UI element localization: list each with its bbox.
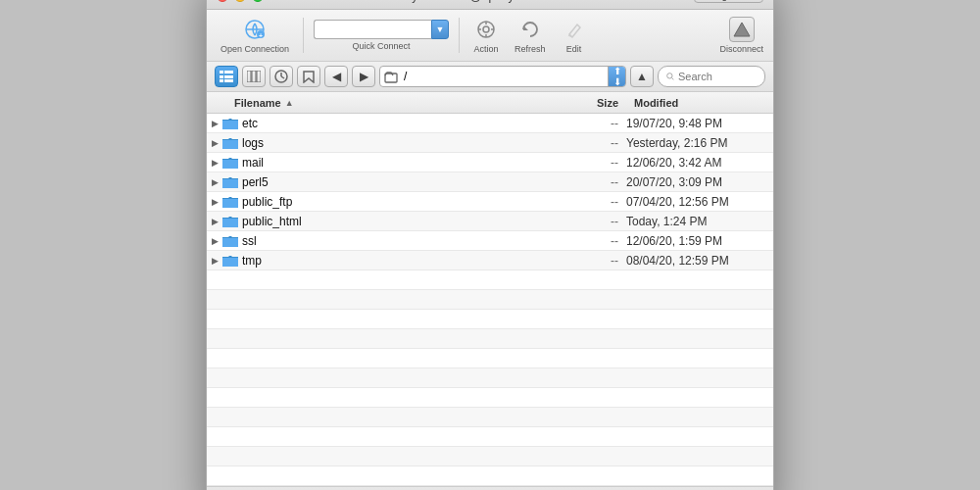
col-size-header[interactable]: Size (548, 97, 626, 109)
traffic-lights (217, 0, 264, 2)
svg-rect-14 (224, 71, 233, 74)
unregistered-button[interactable]: Unregistered (694, 0, 763, 3)
folder-icon (222, 234, 238, 248)
empty-row (207, 270, 773, 290)
search-box[interactable] (658, 66, 765, 87)
folder-icon (222, 215, 238, 228)
svg-rect-33 (222, 199, 238, 208)
col-modified-header[interactable]: Modified (626, 97, 773, 109)
file-size: -- (548, 195, 626, 209)
sort-arrow: ▲ (285, 98, 294, 108)
path-input[interactable] (398, 70, 608, 83)
file-modified: Today, 1:24 PM (626, 215, 773, 228)
svg-marker-25 (304, 72, 314, 82)
table-row[interactable]: ▶ etc -- 19/07/20, 9:48 PM (207, 114, 773, 133)
nav-forward-button[interactable]: ▶ (352, 66, 375, 87)
empty-row (207, 466, 773, 486)
table-row[interactable]: ▶ public_html -- Today, 1:24 PM (207, 212, 773, 231)
table-row[interactable]: ▶ tmp -- 08/04/20, 12:59 PM (207, 251, 773, 270)
expand-icon[interactable]: ▶ (207, 177, 222, 187)
file-name: mail (242, 156, 548, 170)
nav-back-button[interactable]: ◀ (324, 66, 348, 87)
quick-connect-input[interactable] (314, 20, 431, 39)
table-row[interactable]: ▶ perl5 -- 20/07/20, 3:09 PM (207, 172, 773, 192)
minimize-button[interactable] (234, 0, 246, 2)
expand-icon[interactable]: ▶ (207, 217, 222, 226)
file-size: -- (548, 136, 626, 150)
expand-icon[interactable]: ▶ (207, 256, 222, 266)
svg-rect-19 (247, 71, 251, 82)
close-button[interactable] (217, 0, 228, 2)
toolbar: + Open Connection ▼ Quick Connect (207, 10, 773, 62)
empty-row (207, 310, 773, 329)
file-modified: 20/07/20, 3:09 PM (626, 175, 773, 189)
edit-button[interactable]: Edit (558, 15, 591, 56)
disconnect-button[interactable]: Disconnect (719, 17, 763, 54)
path-area[interactable]: ⬆⬇ (379, 66, 626, 87)
action-icon (473, 17, 499, 42)
col-filename-header[interactable]: Filename ▲ (207, 97, 548, 109)
svg-rect-29 (222, 121, 238, 129)
main-window: myusername@ftp.mydomain.com Unregistered… (206, 0, 774, 490)
svg-rect-31 (222, 160, 238, 169)
file-list: Filename ▲ Size Modified ▶ etc -- 19/07/… (207, 92, 773, 486)
disconnect-icon (729, 17, 755, 42)
refresh-button[interactable]: Refresh (511, 15, 550, 56)
svg-text:+: + (259, 32, 263, 39)
path-dropdown-button[interactable]: ⬆⬇ (608, 67, 625, 86)
file-modified: 12/06/20, 3:42 AM (626, 156, 773, 170)
table-row[interactable]: ▶ logs -- Yesterday, 2:16 PM (207, 133, 773, 153)
empty-row (207, 290, 773, 310)
file-size: -- (548, 215, 626, 228)
empty-row (207, 427, 773, 447)
expand-icon[interactable]: ▶ (207, 119, 222, 128)
folder-icon (222, 136, 238, 150)
expand-icon[interactable]: ▶ (207, 158, 222, 168)
file-name: ssl (242, 234, 548, 248)
empty-row (207, 447, 773, 466)
folder-icon (222, 175, 238, 189)
nav-up-button[interactable]: ▲ (630, 66, 654, 87)
folder-icon (222, 195, 238, 209)
file-name: tmp (242, 254, 548, 268)
refresh-icon (517, 17, 543, 42)
svg-rect-13 (220, 71, 223, 74)
expand-icon[interactable]: ▶ (207, 236, 222, 246)
file-size: -- (548, 254, 626, 268)
file-modified: Yesterday, 2:16 PM (626, 136, 773, 150)
file-list-header: Filename ▲ Size Modified (207, 92, 773, 114)
folder-icon (222, 254, 238, 268)
table-row[interactable]: ▶ public_ftp -- 07/04/20, 12:56 PM (207, 192, 773, 212)
nav-column-view-button[interactable] (242, 66, 266, 87)
maximize-button[interactable] (252, 0, 264, 2)
open-connection-button[interactable]: + Open Connection (217, 15, 293, 56)
quick-connect-label: Quick Connect (353, 41, 411, 51)
folder-icon (222, 156, 238, 170)
file-name: public_html (242, 215, 548, 228)
svg-point-5 (483, 26, 489, 32)
file-modified: 07/04/20, 12:56 PM (626, 195, 773, 209)
empty-row (207, 368, 773, 388)
action-button[interactable]: Action (469, 15, 503, 56)
file-name: public_ftp (242, 195, 548, 209)
svg-line-24 (281, 76, 284, 78)
empty-row (207, 349, 773, 368)
file-modified: 12/06/20, 1:59 PM (626, 234, 773, 248)
empty-row (207, 388, 773, 408)
expand-icon[interactable]: ▶ (207, 138, 222, 148)
expand-icon[interactable]: ▶ (207, 197, 222, 207)
search-icon (666, 71, 674, 82)
toolbar-separator-2 (459, 18, 460, 53)
table-row[interactable]: ▶ ssl -- 12/06/20, 1:59 PM (207, 231, 773, 251)
file-size: -- (548, 175, 626, 189)
nav-bookmark-button[interactable] (297, 66, 320, 87)
quick-connect-dropdown-button[interactable]: ▼ (431, 20, 449, 39)
table-row[interactable]: ▶ mail -- 12/06/20, 3:42 AM (207, 153, 773, 172)
file-modified: 19/07/20, 9:48 PM (626, 117, 773, 130)
svg-line-28 (672, 78, 674, 80)
nav-list-view-button[interactable] (215, 66, 238, 87)
file-name: etc (242, 117, 548, 130)
file-size: -- (548, 117, 626, 130)
nav-history-button[interactable] (270, 66, 293, 87)
search-input[interactable] (678, 71, 757, 82)
